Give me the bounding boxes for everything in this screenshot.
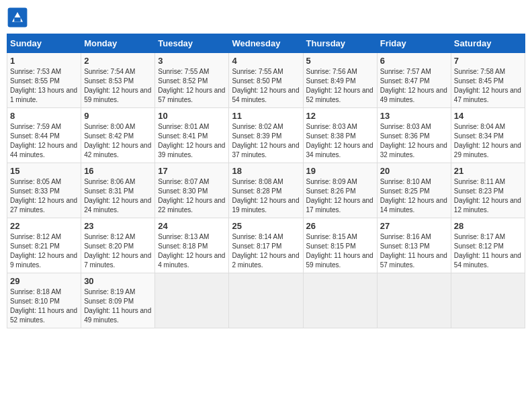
day-info: Sunrise: 7:57 AM Sunset: 8:47 PM Dayligh… (380, 67, 448, 105)
calendar-day-cell: 15 Sunrise: 8:05 AM Sunset: 8:33 PM Dayl… (7, 163, 81, 218)
logo-icon (7, 7, 28, 28)
day-number: 28 (454, 221, 522, 231)
calendar-day-header: Friday (377, 34, 451, 53)
day-info: Sunrise: 7:59 AM Sunset: 8:44 PM Dayligh… (10, 122, 78, 160)
calendar-day-header: Wednesday (229, 34, 303, 53)
calendar-day-cell: 2 Sunrise: 7:54 AM Sunset: 8:53 PM Dayli… (81, 53, 155, 108)
calendar-day-cell: 19 Sunrise: 8:09 AM Sunset: 8:26 PM Dayl… (303, 163, 377, 218)
day-info: Sunrise: 8:12 AM Sunset: 8:20 PM Dayligh… (84, 232, 152, 270)
day-number: 30 (84, 276, 152, 286)
calendar-week-row: 15 Sunrise: 8:05 AM Sunset: 8:33 PM Dayl… (7, 163, 525, 218)
day-info: Sunrise: 7:54 AM Sunset: 8:53 PM Dayligh… (84, 67, 152, 105)
calendar-day-header: Saturday (451, 34, 525, 53)
day-info: Sunrise: 7:55 AM Sunset: 8:50 PM Dayligh… (232, 67, 300, 105)
day-number: 13 (380, 111, 448, 121)
calendar-day-cell (377, 273, 451, 328)
calendar-day-cell: 18 Sunrise: 8:08 AM Sunset: 8:28 PM Dayl… (229, 163, 303, 218)
calendar-day-header: Thursday (303, 34, 377, 53)
svg-rect-2 (14, 17, 21, 21)
day-number: 26 (306, 221, 374, 231)
calendar-day-cell: 28 Sunrise: 8:17 AM Sunset: 8:12 PM Dayl… (451, 218, 525, 273)
day-info: Sunrise: 8:03 AM Sunset: 8:36 PM Dayligh… (380, 122, 448, 160)
calendar-header-row: SundayMondayTuesdayWednesdayThursdayFrid… (7, 34, 525, 53)
calendar-day-cell (451, 273, 525, 328)
calendar-day-cell: 27 Sunrise: 8:16 AM Sunset: 8:13 PM Dayl… (377, 218, 451, 273)
day-number: 1 (10, 56, 78, 66)
day-info: Sunrise: 7:58 AM Sunset: 8:45 PM Dayligh… (454, 67, 522, 105)
day-number: 17 (158, 166, 226, 176)
calendar-day-cell: 13 Sunrise: 8:03 AM Sunset: 8:36 PM Dayl… (377, 108, 451, 163)
calendar-day-cell: 20 Sunrise: 8:10 AM Sunset: 8:25 PM Dayl… (377, 163, 451, 218)
day-info: Sunrise: 8:17 AM Sunset: 8:12 PM Dayligh… (454, 232, 522, 270)
day-info: Sunrise: 8:11 AM Sunset: 8:23 PM Dayligh… (454, 177, 522, 215)
calendar-week-row: 29 Sunrise: 8:18 AM Sunset: 8:10 PM Dayl… (7, 273, 525, 328)
day-info: Sunrise: 8:14 AM Sunset: 8:17 PM Dayligh… (232, 232, 300, 270)
day-number: 6 (380, 56, 448, 66)
day-info: Sunrise: 8:01 AM Sunset: 8:41 PM Dayligh… (158, 122, 226, 160)
day-number: 4 (232, 56, 300, 66)
day-info: Sunrise: 8:04 AM Sunset: 8:34 PM Dayligh… (454, 122, 522, 160)
calendar-week-row: 22 Sunrise: 8:12 AM Sunset: 8:21 PM Dayl… (7, 218, 525, 273)
calendar-day-cell: 16 Sunrise: 8:06 AM Sunset: 8:31 PM Dayl… (81, 163, 155, 218)
day-info: Sunrise: 8:19 AM Sunset: 8:09 PM Dayligh… (84, 287, 152, 325)
day-number: 12 (306, 111, 374, 121)
day-info: Sunrise: 8:13 AM Sunset: 8:18 PM Dayligh… (158, 232, 226, 270)
day-number: 15 (10, 166, 78, 176)
day-number: 3 (158, 56, 226, 66)
day-info: Sunrise: 7:53 AM Sunset: 8:55 PM Dayligh… (10, 67, 78, 105)
calendar-week-row: 1 Sunrise: 7:53 AM Sunset: 8:55 PM Dayli… (7, 53, 525, 108)
day-info: Sunrise: 8:05 AM Sunset: 8:33 PM Dayligh… (10, 177, 78, 215)
day-info: Sunrise: 8:02 AM Sunset: 8:39 PM Dayligh… (232, 122, 300, 160)
calendar-day-cell: 21 Sunrise: 8:11 AM Sunset: 8:23 PM Dayl… (451, 163, 525, 218)
day-number: 7 (454, 56, 522, 66)
day-number: 2 (84, 56, 152, 66)
calendar-day-cell (303, 273, 377, 328)
calendar-day-cell: 8 Sunrise: 7:59 AM Sunset: 8:44 PM Dayli… (7, 108, 81, 163)
day-number: 25 (232, 221, 300, 231)
day-number: 11 (232, 111, 300, 121)
day-info: Sunrise: 8:10 AM Sunset: 8:25 PM Dayligh… (380, 177, 448, 215)
calendar-day-cell (155, 273, 229, 328)
calendar-day-cell: 5 Sunrise: 7:56 AM Sunset: 8:49 PM Dayli… (303, 53, 377, 108)
day-number: 21 (454, 166, 522, 176)
day-number: 18 (232, 166, 300, 176)
calendar-day-cell: 4 Sunrise: 7:55 AM Sunset: 8:50 PM Dayli… (229, 53, 303, 108)
calendar-day-cell: 10 Sunrise: 8:01 AM Sunset: 8:41 PM Dayl… (155, 108, 229, 163)
day-info: Sunrise: 8:03 AM Sunset: 8:38 PM Dayligh… (306, 122, 374, 160)
calendar-day-header: Tuesday (155, 34, 229, 53)
day-number: 10 (158, 111, 226, 121)
calendar-day-cell: 24 Sunrise: 8:13 AM Sunset: 8:18 PM Dayl… (155, 218, 229, 273)
logo (7, 7, 31, 28)
calendar-day-cell: 11 Sunrise: 8:02 AM Sunset: 8:39 PM Dayl… (229, 108, 303, 163)
calendar-day-cell: 26 Sunrise: 8:15 AM Sunset: 8:15 PM Dayl… (303, 218, 377, 273)
day-number: 14 (454, 111, 522, 121)
day-info: Sunrise: 8:18 AM Sunset: 8:10 PM Dayligh… (10, 287, 78, 325)
calendar-day-cell: 17 Sunrise: 8:07 AM Sunset: 8:30 PM Dayl… (155, 163, 229, 218)
day-number: 8 (10, 111, 78, 121)
calendar-day-header: Sunday (7, 34, 81, 53)
day-info: Sunrise: 8:15 AM Sunset: 8:15 PM Dayligh… (306, 232, 374, 270)
calendar-day-header: Monday (81, 34, 155, 53)
day-number: 29 (10, 276, 78, 286)
day-number: 5 (306, 56, 374, 66)
day-info: Sunrise: 8:12 AM Sunset: 8:21 PM Dayligh… (10, 232, 78, 270)
day-number: 24 (158, 221, 226, 231)
page-header (7, 7, 525, 28)
day-info: Sunrise: 8:00 AM Sunset: 8:42 PM Dayligh… (84, 122, 152, 160)
calendar-day-cell: 12 Sunrise: 8:03 AM Sunset: 8:38 PM Dayl… (303, 108, 377, 163)
day-info: Sunrise: 8:07 AM Sunset: 8:30 PM Dayligh… (158, 177, 226, 215)
day-number: 19 (306, 166, 374, 176)
day-info: Sunrise: 7:56 AM Sunset: 8:49 PM Dayligh… (306, 67, 374, 105)
day-info: Sunrise: 8:09 AM Sunset: 8:26 PM Dayligh… (306, 177, 374, 215)
calendar-day-cell: 14 Sunrise: 8:04 AM Sunset: 8:34 PM Dayl… (451, 108, 525, 163)
calendar-day-cell: 23 Sunrise: 8:12 AM Sunset: 8:20 PM Dayl… (81, 218, 155, 273)
calendar-day-cell: 3 Sunrise: 7:55 AM Sunset: 8:52 PM Dayli… (155, 53, 229, 108)
day-number: 9 (84, 111, 152, 121)
day-info: Sunrise: 7:55 AM Sunset: 8:52 PM Dayligh… (158, 67, 226, 105)
calendar-day-cell: 30 Sunrise: 8:19 AM Sunset: 8:09 PM Dayl… (81, 273, 155, 328)
calendar-week-row: 8 Sunrise: 7:59 AM Sunset: 8:44 PM Dayli… (7, 108, 525, 163)
calendar-day-cell: 6 Sunrise: 7:57 AM Sunset: 8:47 PM Dayli… (377, 53, 451, 108)
calendar-day-cell: 7 Sunrise: 7:58 AM Sunset: 8:45 PM Dayli… (451, 53, 525, 108)
day-number: 23 (84, 221, 152, 231)
day-number: 27 (380, 221, 448, 231)
